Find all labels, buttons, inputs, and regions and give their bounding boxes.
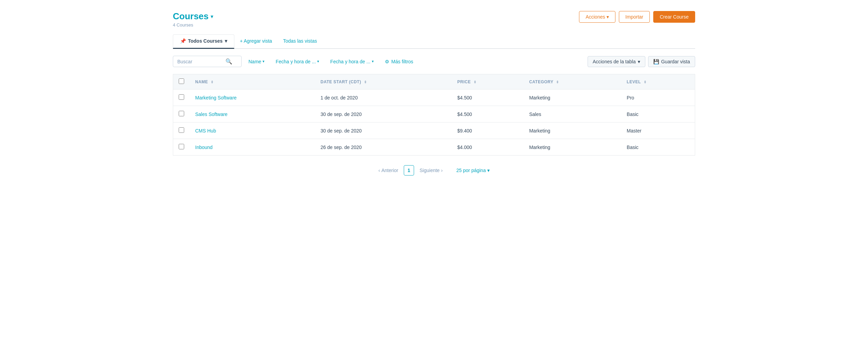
col-price-label: PRICE <box>457 79 471 84</box>
row-checkbox-cell-1[interactable] <box>173 106 190 123</box>
header-left: Courses ▾ 4 Courses <box>173 11 213 28</box>
filter-bar: 🔍 Name ▾ Fecha y hora de ... ▾ Fecha y h… <box>173 56 695 67</box>
row-checkbox-3[interactable] <box>179 144 184 149</box>
save-view-button[interactable]: 💾 Guardar vista <box>648 56 695 67</box>
prev-page-button[interactable]: ‹ Anterior <box>376 166 401 175</box>
table-actions-chevron-icon: ▾ <box>638 59 640 64</box>
date-filter-1-chevron-icon: ▾ <box>317 59 319 64</box>
col-level-sort-icon: ⇕ <box>644 80 647 84</box>
course-link-1[interactable]: Sales Software <box>195 111 227 117</box>
col-name-label: NAME <box>195 79 208 84</box>
col-price-sort-icon: ⇕ <box>474 80 477 84</box>
all-views-tab[interactable]: Todas las vistas <box>278 35 323 48</box>
page-title[interactable]: Courses ▾ <box>173 11 213 22</box>
add-view-tab[interactable]: + Agregar vista <box>234 35 278 48</box>
more-filters-button[interactable]: ⚙ Más filtros <box>381 57 418 66</box>
row-name-1: Sales Software <box>190 106 315 123</box>
row-level-1: Basic <box>621 106 695 123</box>
row-category-0: Marketing <box>524 89 621 106</box>
table-row: Marketing Software 1 de oct. de 2020 $4.… <box>173 89 695 106</box>
row-price-3: $4.000 <box>452 139 524 156</box>
col-date-label: DATE START (CDT) <box>321 79 361 84</box>
pin-icon: 📌 <box>180 38 186 44</box>
col-name[interactable]: NAME ⇕ <box>190 74 315 89</box>
table-actions-button[interactable]: Acciones de la tabla ▾ <box>588 56 645 67</box>
col-price[interactable]: PRICE ⇕ <box>452 74 524 89</box>
col-level[interactable]: LEVEL ⇕ <box>621 74 695 89</box>
header-actions: Acciones ▾ Importar Crear Course <box>579 11 695 23</box>
row-name-2: CMS Hub <box>190 123 315 139</box>
search-input[interactable] <box>177 59 225 64</box>
row-date-1: 30 de sep. de 2020 <box>315 106 452 123</box>
tab-todos-courses[interactable]: 📌 Todos Courses ▾ <box>173 34 234 49</box>
page-subtitle: 4 Courses <box>173 22 213 28</box>
date-filter-1-button[interactable]: Fecha y hora de ... ▾ <box>271 57 323 66</box>
page-number-1[interactable]: 1 <box>404 165 414 176</box>
search-icon: 🔍 <box>225 58 232 65</box>
row-category-1: Sales <box>524 106 621 123</box>
pagination: ‹ Anterior 1 Siguiente › 25 por página ▾ <box>173 165 695 182</box>
per-page-chevron-icon: ▾ <box>487 168 490 173</box>
select-all-checkbox[interactable] <box>179 78 184 84</box>
filter-icon: ⚙ <box>385 59 389 64</box>
acciones-button[interactable]: Acciones ▾ <box>579 11 615 23</box>
row-name-0: Marketing Software <box>190 89 315 106</box>
per-page-button[interactable]: 25 por página ▾ <box>454 166 492 175</box>
courses-table: NAME ⇕ DATE START (CDT) ⇕ PRICE ⇕ CATEGO… <box>173 74 695 156</box>
row-checkbox-cell-0[interactable] <box>173 89 190 106</box>
table-row: CMS Hub 30 de sep. de 2020 $9.400 Market… <box>173 123 695 139</box>
next-chevron-icon: › <box>441 168 443 173</box>
row-checkbox-cell-2[interactable] <box>173 123 190 139</box>
tab-chevron-icon: ▾ <box>225 38 227 44</box>
name-filter-button[interactable]: Name ▾ <box>244 57 269 66</box>
table-row: Sales Software 30 de sep. de 2020 $4.500… <box>173 106 695 123</box>
course-link-3[interactable]: Inbound <box>195 145 213 150</box>
table-row: Inbound 26 de sep. de 2020 $4.000 Market… <box>173 139 695 156</box>
row-date-2: 30 de sep. de 2020 <box>315 123 452 139</box>
row-category-3: Marketing <box>524 139 621 156</box>
title-chevron-icon: ▾ <box>211 14 213 19</box>
date-filter-2-button[interactable]: Fecha y hora de ... ▾ <box>326 57 378 66</box>
name-filter-chevron-icon: ▾ <box>263 59 265 64</box>
row-level-3: Basic <box>621 139 695 156</box>
col-category[interactable]: CATEGORY ⇕ <box>524 74 621 89</box>
row-checkbox-cell-3[interactable] <box>173 139 190 156</box>
crear-course-button[interactable]: Crear Course <box>653 11 695 23</box>
search-box[interactable]: 🔍 <box>173 56 242 67</box>
row-level-2: Master <box>621 123 695 139</box>
col-name-sort-icon: ⇕ <box>211 80 214 84</box>
row-category-2: Marketing <box>524 123 621 139</box>
page-header: Courses ▾ 4 Courses Acciones ▾ Importar … <box>173 11 695 28</box>
course-link-2[interactable]: CMS Hub <box>195 128 216 134</box>
col-date-sort-icon: ⇕ <box>364 80 367 84</box>
table-header-row: NAME ⇕ DATE START (CDT) ⇕ PRICE ⇕ CATEGO… <box>173 74 695 89</box>
row-price-1: $4.500 <box>452 106 524 123</box>
col-date-start[interactable]: DATE START (CDT) ⇕ <box>315 74 452 89</box>
save-icon: 💾 <box>653 59 659 64</box>
row-price-0: $4.500 <box>452 89 524 106</box>
prev-chevron-icon: ‹ <box>378 168 380 173</box>
col-category-label: CATEGORY <box>529 79 553 84</box>
tabs-bar: 📌 Todos Courses ▾ + Agregar vista Todas … <box>173 34 695 49</box>
row-name-3: Inbound <box>190 139 315 156</box>
select-all-cell[interactable] <box>173 74 190 89</box>
row-checkbox-0[interactable] <box>179 94 184 100</box>
importar-button[interactable]: Importar <box>619 11 650 23</box>
course-link-0[interactable]: Marketing Software <box>195 95 237 100</box>
date-filter-2-chevron-icon: ▾ <box>372 59 374 64</box>
next-page-button[interactable]: Siguiente › <box>417 166 445 175</box>
col-category-sort-icon: ⇕ <box>556 80 559 84</box>
row-date-0: 1 de oct. de 2020 <box>315 89 452 106</box>
title-text: Courses <box>173 11 209 22</box>
row-checkbox-1[interactable] <box>179 111 184 116</box>
row-level-0: Pro <box>621 89 695 106</box>
row-checkbox-2[interactable] <box>179 127 184 133</box>
row-date-3: 26 de sep. de 2020 <box>315 139 452 156</box>
col-level-label: LEVEL <box>627 79 641 84</box>
row-price-2: $9.400 <box>452 123 524 139</box>
